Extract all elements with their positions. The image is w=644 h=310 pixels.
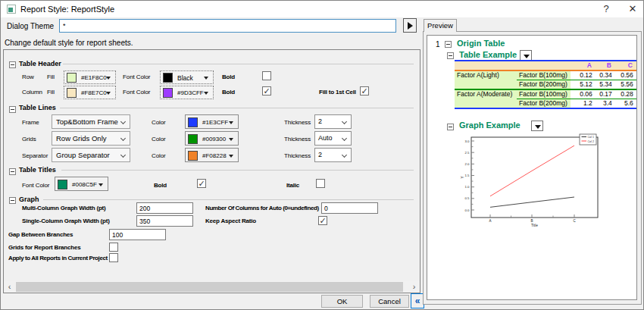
separator-color-picker[interactable]: #F08228 xyxy=(185,148,239,162)
value-cell: 0.12 xyxy=(571,70,596,80)
ok-button[interactable]: OK xyxy=(321,295,363,308)
frame-thickness-select[interactable]: 2 xyxy=(314,114,352,129)
frame-thickness-label: Thickness xyxy=(284,119,311,126)
fill-first-cell-label: Fill to 1st Cell xyxy=(319,89,356,96)
section-graph: Graph xyxy=(19,196,39,203)
cancel-button[interactable]: Cancel xyxy=(370,295,409,308)
close-button[interactable]: ✕ xyxy=(626,2,639,16)
frame-color-label: Color xyxy=(152,119,166,126)
chevron-down-icon xyxy=(120,152,126,158)
column-fill-label: Fill xyxy=(47,89,55,96)
column-font-color-picker[interactable]: #9D3CFF xyxy=(160,86,214,99)
value-cell: 5.56 xyxy=(615,80,636,90)
multi-column-width-label: Multi-Column Graph Width (pt) xyxy=(22,205,106,211)
grids-select[interactable]: Row Grids Only xyxy=(52,131,130,146)
collapse-graph-icon[interactable] xyxy=(9,197,16,204)
collapse-table-lines-icon[interactable] xyxy=(9,106,16,113)
theme-play-button[interactable] xyxy=(403,18,417,33)
svg-text:0.5: 0.5 xyxy=(465,196,470,200)
chevron-down-icon xyxy=(120,136,126,141)
preview-col-header: C xyxy=(615,61,636,70)
frame-color-picker[interactable]: #1E3CFF xyxy=(185,114,239,129)
section-divider xyxy=(60,108,414,108)
frame-color-hex: #1E3CFF xyxy=(202,119,228,126)
value-cell: 0.56 xyxy=(615,70,636,80)
preview-area: 1 Origin Table Table Example ABCFactor A… xyxy=(427,35,637,300)
single-column-width-input[interactable] xyxy=(136,215,193,227)
separator-thickness-select[interactable]: 2 xyxy=(314,148,352,162)
grids-color-swatch xyxy=(188,134,198,144)
grids-report-branches-label: Grids for Report Branches xyxy=(8,244,80,251)
svg-text:3.0: 3.0 xyxy=(465,139,470,143)
horizontal-scrollbar[interactable]: ‹ › xyxy=(4,281,420,293)
scrollbar-thumb[interactable] xyxy=(16,282,403,292)
value-cell: 1.2 xyxy=(571,99,596,109)
dialog-theme-input[interactable] xyxy=(59,19,396,33)
row-font-color-label: Font Color xyxy=(123,74,150,80)
scroll-left-arrow[interactable]: ‹ xyxy=(4,281,15,293)
dropdown-arrow-icon xyxy=(535,125,541,129)
frame-select[interactable]: Top&Bottom Frame xyxy=(52,114,130,129)
titlebar: Report Style: ReportStyle ? ✕ xyxy=(1,1,643,17)
multi-column-width-input[interactable] xyxy=(136,202,193,214)
collapse-graph-example-icon[interactable] xyxy=(447,124,454,130)
frame-value: Top&Bottom Frame xyxy=(56,117,118,126)
titles-bold-checkbox[interactable]: ✓ xyxy=(197,179,206,188)
column-bold-checkbox[interactable]: ✓ xyxy=(262,86,271,96)
preview-panel: 1 Origin Table Table Example ABCFactor A… xyxy=(423,31,642,305)
column-fill-color-picker[interactable]: #F8E7C0 xyxy=(64,86,116,99)
titles-font-color-picker[interactable]: #008C5F xyxy=(55,177,108,191)
dropdown-arrow-icon xyxy=(106,77,111,80)
grids-thickness-value: Auto xyxy=(318,134,333,142)
row-fill-swatch xyxy=(67,73,77,83)
column-fill-swatch xyxy=(67,88,77,98)
svg-text:C: C xyxy=(573,219,576,223)
columns-auto-input[interactable] xyxy=(321,202,378,214)
column-label: Column xyxy=(22,89,42,96)
collapse-table-header-icon[interactable] xyxy=(9,61,16,68)
grids-color-hex: #009300 xyxy=(202,136,226,142)
titles-bold-label: Bold xyxy=(154,182,167,189)
collapse-table-titles-icon[interactable] xyxy=(9,168,16,175)
row-label: Row xyxy=(22,74,34,80)
frame-thickness-value: 2 xyxy=(318,117,322,125)
frame-color-swatch xyxy=(188,117,198,127)
table-example-title: Table Example xyxy=(459,50,517,59)
section-table-header: Table Header xyxy=(19,60,61,67)
row-font-color-swatch xyxy=(163,73,173,83)
graph-example-dropdown[interactable] xyxy=(531,121,543,131)
svg-text:B: B xyxy=(530,219,533,223)
preview-table-header-row: ABC xyxy=(455,61,636,70)
collapse-origin-table-icon[interactable] xyxy=(445,41,452,48)
gap-between-branches-input[interactable] xyxy=(109,229,166,240)
svg-text:Col 2: Col 2 xyxy=(588,140,594,143)
grids-color-picker[interactable]: #009300 xyxy=(185,131,239,146)
row-bold-checkbox[interactable] xyxy=(262,71,271,80)
collapse-table-example-icon[interactable] xyxy=(447,52,454,59)
row-fill-label: Fill xyxy=(47,74,55,80)
scroll-right-arrow[interactable]: › xyxy=(408,281,420,293)
apply-all-reports-checkbox[interactable] xyxy=(109,253,118,262)
svg-text:A: A xyxy=(489,219,491,223)
table-example-dropdown[interactable] xyxy=(520,50,532,61)
separator-select[interactable]: Group Separator xyxy=(52,148,130,162)
grids-thickness-select[interactable]: Auto xyxy=(314,131,352,146)
dropdown-arrow-icon xyxy=(229,155,233,158)
separator-value: Group Separator xyxy=(56,151,110,159)
column-bold-label: Bold xyxy=(222,89,235,96)
frame-label: Frame xyxy=(22,119,39,126)
row-font-color-picker[interactable]: Black xyxy=(160,70,214,84)
row-fill-hex: #E1F8C0 xyxy=(81,74,107,81)
svg-text:2.0: 2.0 xyxy=(465,162,470,166)
separator-color-swatch xyxy=(188,151,198,161)
fill-first-cell-checkbox[interactable]: ✓ xyxy=(360,86,369,96)
titles-italic-checkbox[interactable] xyxy=(316,179,325,188)
row-fill-color-picker[interactable]: #E1F8C0 xyxy=(64,70,116,84)
chevron-down-icon xyxy=(342,136,347,141)
dropdown-arrow-icon xyxy=(524,55,530,58)
help-button[interactable]: ? xyxy=(599,2,613,16)
grids-report-branches-checkbox[interactable] xyxy=(109,243,118,252)
keep-aspect-ratio-checkbox[interactable]: ✓ xyxy=(318,216,327,225)
tab-preview[interactable]: Preview xyxy=(424,19,457,32)
grids-label: Grids xyxy=(22,136,36,142)
